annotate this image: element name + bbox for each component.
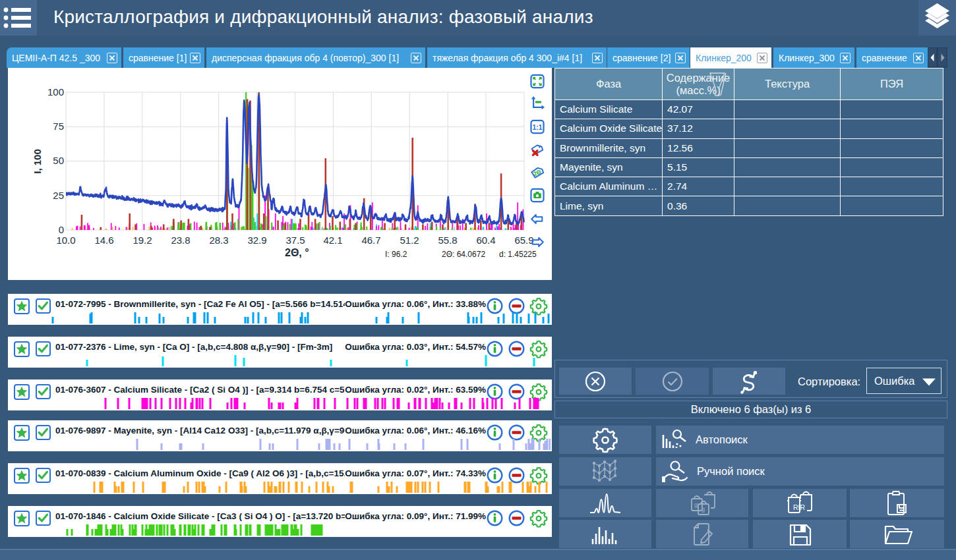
svg-text:60.4: 60.4: [476, 235, 495, 246]
svg-text:0: 0: [59, 224, 64, 235]
svg-text:g: g: [694, 501, 698, 508]
svg-text:32.9: 32.9: [247, 235, 266, 246]
svg-text:37.5: 37.5: [285, 235, 305, 246]
svg-text:g: g: [702, 506, 705, 513]
svg-text:14.6: 14.6: [94, 235, 113, 246]
svg-text:2Θ: 2Θ: [532, 169, 542, 177]
svg-text:50: 50: [53, 155, 64, 166]
svg-text:51.2: 51.2: [400, 235, 419, 246]
svg-text:46.7: 46.7: [361, 235, 380, 246]
svg-text:42.1: 42.1: [323, 235, 342, 246]
svg-text:19.2: 19.2: [133, 235, 152, 246]
svg-text:75: 75: [53, 121, 64, 132]
svg-text:100: 100: [47, 86, 64, 98]
svg-text:1:1: 1:1: [533, 123, 543, 130]
svg-text:25: 25: [53, 190, 64, 201]
svg-text:RIR: RIR: [793, 503, 806, 511]
svg-text:23.8: 23.8: [171, 235, 190, 246]
svg-text:55.8: 55.8: [438, 235, 457, 246]
svg-text:28.3: 28.3: [209, 235, 228, 246]
svg-text:10.0: 10.0: [56, 235, 75, 246]
